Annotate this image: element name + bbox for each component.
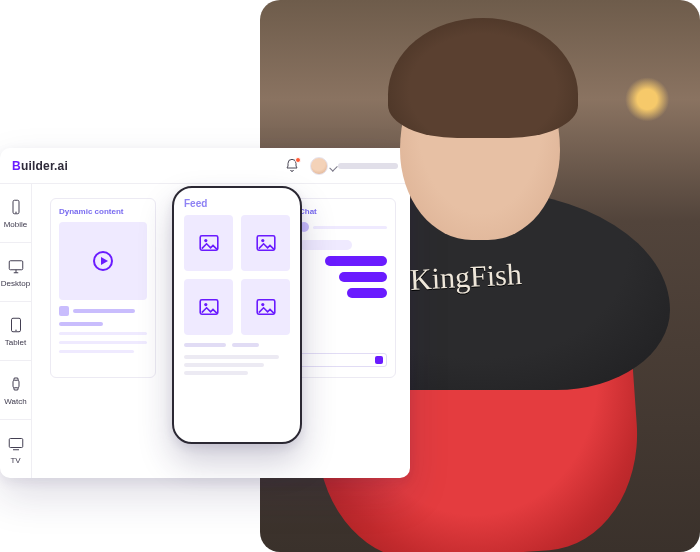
svg-rect-0 xyxy=(13,200,19,214)
watch-icon xyxy=(7,375,25,393)
tablet-icon xyxy=(7,316,25,334)
brand-prefix: B xyxy=(12,159,21,173)
feed-card[interactable] xyxy=(184,215,233,271)
panel-chat[interactable]: Chat xyxy=(290,198,396,378)
user-avatar[interactable] xyxy=(310,157,328,175)
thumb-placeholder xyxy=(59,306,69,316)
svg-rect-5 xyxy=(11,318,20,332)
svg-point-13 xyxy=(261,239,264,242)
mobile-icon xyxy=(7,198,25,216)
sidebar-item-label: Watch xyxy=(4,397,26,406)
svg-rect-8 xyxy=(9,438,23,447)
svg-point-15 xyxy=(204,303,207,306)
text-line xyxy=(184,363,264,367)
chat-input[interactable] xyxy=(299,353,387,367)
text-line xyxy=(184,355,279,359)
feed-card[interactable] xyxy=(184,279,233,335)
send-icon xyxy=(375,356,383,364)
desktop-icon xyxy=(7,257,25,275)
meta-placeholder xyxy=(232,343,259,347)
sidebar-item-label: TV xyxy=(10,456,20,465)
sidebar-item-desktop[interactable]: Desktop xyxy=(0,243,31,302)
app-header: Builder.ai xyxy=(0,148,410,184)
text-placeholder xyxy=(59,322,103,326)
notification-dot xyxy=(295,157,301,163)
user-name-placeholder xyxy=(338,163,398,169)
svg-rect-2 xyxy=(9,260,23,269)
image-icon xyxy=(256,299,276,315)
video-hero[interactable] xyxy=(59,222,147,300)
play-icon xyxy=(93,251,113,271)
svg-point-11 xyxy=(204,239,207,242)
sidebar-item-label: Mobile xyxy=(4,220,28,229)
meta-placeholder xyxy=(184,343,226,347)
chat-bubble-outgoing xyxy=(325,256,387,266)
text-line xyxy=(59,350,134,353)
svg-rect-7 xyxy=(13,380,19,388)
text-line xyxy=(184,371,248,375)
panel-title: Chat xyxy=(299,207,387,216)
image-icon xyxy=(199,299,219,315)
feed-card[interactable] xyxy=(241,215,290,271)
chat-bubble-outgoing xyxy=(339,272,387,282)
tshirt-text: KingFish xyxy=(409,257,522,297)
chat-bubble-outgoing xyxy=(347,288,387,298)
chat-bubble-incoming xyxy=(299,240,352,250)
sidebar-item-label: Tablet xyxy=(5,338,26,347)
sidebar-item-tablet[interactable]: Tablet xyxy=(0,302,31,361)
panel-dynamic-content[interactable]: Dynamic content xyxy=(50,198,156,378)
notifications-button[interactable] xyxy=(284,158,300,174)
sidebar-item-tv[interactable]: TV xyxy=(0,420,31,478)
sidebar-item-watch[interactable]: Watch xyxy=(0,361,31,420)
panel-title: Dynamic content xyxy=(59,207,147,216)
device-sidebar: Mobile Desktop Tablet xyxy=(0,184,32,478)
image-icon xyxy=(199,235,219,251)
text-line xyxy=(59,341,147,344)
text-line xyxy=(59,332,147,335)
phone-preview[interactable]: Feed xyxy=(172,186,302,444)
sidebar-item-mobile[interactable]: Mobile xyxy=(0,184,31,243)
chat-name-placeholder xyxy=(313,226,387,229)
feed-card[interactable] xyxy=(241,279,290,335)
phone-panel-title: Feed xyxy=(184,198,290,209)
sidebar-item-label: Desktop xyxy=(1,279,30,288)
brand-rest: uilder.ai xyxy=(21,159,68,173)
tv-icon xyxy=(7,434,25,452)
image-icon xyxy=(256,235,276,251)
brand-logo[interactable]: Builder.ai xyxy=(12,159,68,173)
svg-point-17 xyxy=(261,303,264,306)
text-placeholder xyxy=(73,309,135,313)
